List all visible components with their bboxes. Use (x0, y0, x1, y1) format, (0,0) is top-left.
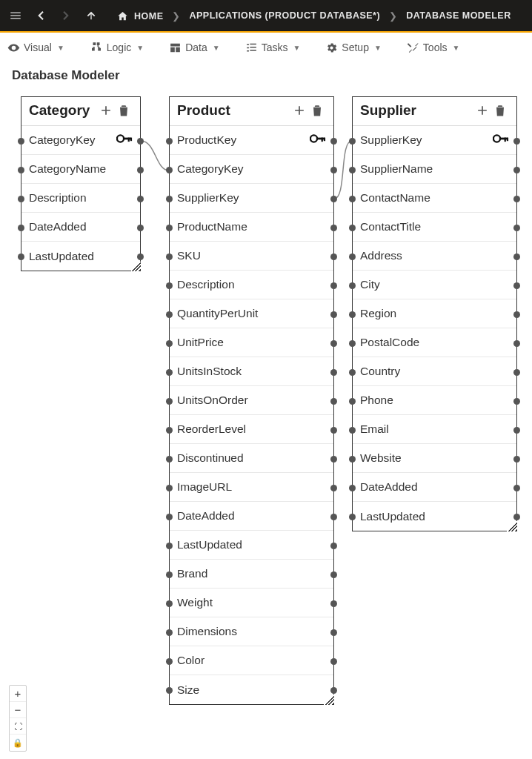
field-row[interactable]: Description (170, 271, 333, 299)
connection-port[interactable] (330, 282, 337, 289)
resize-handle[interactable] (130, 261, 141, 271)
field-row[interactable]: UnitsInStock (170, 357, 333, 386)
field-row[interactable]: PostalCode (353, 328, 516, 357)
connection-port[interactable] (330, 514, 337, 520)
connection-port[interactable] (18, 253, 24, 260)
field-row[interactable]: SKU (170, 242, 333, 271)
connection-port[interactable] (330, 253, 337, 260)
field-row[interactable]: Country (353, 357, 516, 386)
field-row[interactable]: Email (353, 415, 516, 444)
connection-port[interactable] (513, 282, 520, 289)
field-row[interactable]: Size (170, 675, 333, 704)
zoom-lock-button[interactable]: 🔒 (10, 735, 26, 751)
field-row[interactable]: SupplierKey (353, 126, 516, 155)
breadcrumb-apps[interactable]: APPLICATIONS (PRODUCT DATABASE*) (189, 10, 380, 21)
connection-port[interactable] (166, 543, 173, 549)
toolbar-data[interactable]: Data▼ (169, 42, 219, 54)
connection-port[interactable] (513, 253, 520, 260)
toolbar-tasks[interactable]: Tasks▼ (245, 42, 301, 54)
connection-port[interactable] (166, 282, 173, 289)
connection-port[interactable] (349, 138, 356, 145)
table-product[interactable]: Product ProductKeyCategoryKeySupplierKey… (169, 96, 334, 705)
field-row[interactable]: Region (353, 299, 516, 328)
field-row[interactable]: Description (21, 184, 140, 213)
toolbar-visual[interactable]: Visual▼ (7, 42, 64, 54)
connection-port[interactable] (513, 398, 520, 405)
connection-port[interactable] (137, 167, 144, 173)
field-row[interactable]: Dimensions (170, 617, 333, 646)
connection-port[interactable] (330, 398, 337, 405)
connection-port[interactable] (513, 225, 520, 231)
zoom-out-button[interactable]: − (10, 702, 26, 718)
add-field-icon[interactable] (473, 102, 491, 119)
connection-port[interactable] (330, 456, 337, 463)
connection-port[interactable] (330, 543, 337, 549)
connection-port[interactable] (349, 340, 356, 347)
canvas[interactable]: Category CategoryKeyCategoryNameDescript… (0, 85, 532, 759)
connection-port[interactable] (330, 167, 337, 173)
field-row[interactable]: DateAdded (21, 213, 140, 242)
connection-port[interactable] (166, 225, 173, 231)
field-row[interactable]: QuantityPerUnit (170, 299, 333, 328)
table-header[interactable]: Product (170, 97, 333, 126)
connection-port[interactable] (137, 225, 144, 231)
connection-port[interactable] (349, 514, 356, 520)
connection-port[interactable] (330, 629, 337, 636)
connection-port[interactable] (166, 311, 173, 318)
connection-port[interactable] (166, 456, 173, 463)
field-row[interactable]: City (353, 271, 516, 299)
connection-port[interactable] (513, 514, 520, 520)
connection-port[interactable] (330, 196, 337, 202)
field-row[interactable]: ProductKey (170, 126, 333, 155)
field-row[interactable]: Brand (170, 560, 333, 589)
connection-port[interactable] (513, 196, 520, 202)
connection-port[interactable] (513, 167, 520, 173)
connection-port[interactable] (330, 311, 337, 318)
connection-port[interactable] (166, 600, 173, 607)
toolbar-logic[interactable]: Logic▼ (90, 41, 144, 54)
connection-port[interactable] (513, 485, 520, 491)
back-icon[interactable] (31, 6, 50, 25)
connection-port[interactable] (349, 196, 356, 202)
zoom-in-button[interactable]: + (10, 686, 26, 702)
connection-port[interactable] (330, 485, 337, 491)
field-row[interactable]: Color (170, 646, 333, 675)
field-row[interactable]: ProductName (170, 213, 333, 242)
connection-port[interactable] (166, 340, 173, 347)
field-row[interactable]: LastUpdated (353, 502, 516, 531)
field-row[interactable]: CategoryKey (170, 155, 333, 184)
connection-port[interactable] (349, 253, 356, 260)
add-field-icon[interactable] (290, 102, 308, 119)
connection-port[interactable] (18, 167, 24, 173)
field-row[interactable]: CategoryKey (21, 126, 140, 155)
connection-port[interactable] (349, 167, 356, 173)
connection-port[interactable] (330, 687, 337, 694)
table-supplier[interactable]: Supplier SupplierKeySupplierNameContactN… (352, 96, 517, 531)
field-row[interactable]: ImageURL (170, 473, 333, 502)
connection-port[interactable] (166, 485, 173, 491)
connection-port[interactable] (330, 600, 337, 607)
connection-port[interactable] (513, 138, 520, 145)
connection-port[interactable] (137, 253, 144, 260)
toolbar-tools[interactable]: Tools▼ (407, 42, 460, 54)
field-row[interactable]: Address (353, 242, 516, 271)
field-row[interactable]: ReorderLevel (170, 415, 333, 444)
table-header[interactable]: Category (21, 97, 140, 126)
table-header[interactable]: Supplier (353, 97, 516, 126)
field-row[interactable]: ContactTitle (353, 213, 516, 242)
connection-port[interactable] (166, 629, 173, 636)
connection-port[interactable] (166, 196, 173, 202)
connection-port[interactable] (330, 427, 337, 434)
breadcrumb-home[interactable]: HOME (117, 10, 163, 21)
connection-port[interactable] (166, 427, 173, 434)
connection-port[interactable] (166, 253, 173, 260)
connection-port[interactable] (18, 225, 24, 231)
resize-handle[interactable] (507, 521, 517, 531)
connection-port[interactable] (166, 687, 173, 694)
connection-port[interactable] (349, 369, 356, 376)
connection-port[interactable] (349, 282, 356, 289)
connection-port[interactable] (513, 340, 520, 347)
field-row[interactable]: Weight (170, 589, 333, 617)
field-row[interactable]: Phone (353, 386, 516, 415)
connection-port[interactable] (349, 398, 356, 405)
